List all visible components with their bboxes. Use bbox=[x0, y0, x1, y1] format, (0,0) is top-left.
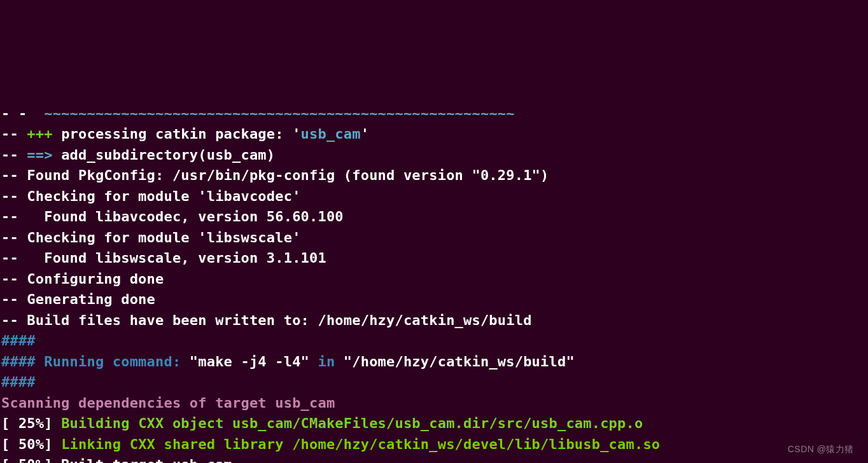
output-text: ' bbox=[361, 126, 369, 142]
building-line: Building CXX object usb_cam/CMakeFiles/u… bbox=[61, 415, 643, 431]
linking-line: Linking CXX shared library /home/hzy/cat… bbox=[61, 436, 660, 452]
built-target-line: [ 50%] Built target usb_cam bbox=[1, 457, 232, 463]
scanning-line: Scanning dependencies of target usb_cam bbox=[1, 395, 335, 411]
running-command-label: #### Running command: bbox=[1, 354, 190, 370]
output-line: -- Found libavcodec, version 56.60.100 bbox=[1, 209, 344, 225]
output-line: -- bbox=[1, 126, 27, 142]
output-tilde: ~~~~~~~~~~~~~~~~~~~~~~~~~~~~~~~~~~~~~~~~… bbox=[44, 106, 514, 121]
watermark: CSDN @猿力猪 bbox=[788, 439, 854, 460]
output-line: -- Found PkgConfig: /usr/bin/pkg-config … bbox=[1, 167, 549, 183]
progress-percent: [ 50%] bbox=[1, 436, 61, 452]
output-line: -- Build files have been written to: /ho… bbox=[1, 312, 532, 328]
output-line: -- Checking for module 'libavcodec' bbox=[1, 188, 301, 204]
package-name: usb_cam bbox=[301, 126, 361, 142]
arrow-marker: ==> bbox=[27, 147, 61, 163]
plus-marker: +++ bbox=[27, 126, 61, 142]
output-text: add_subdirectory(usb_cam) bbox=[61, 147, 275, 163]
output-line: - - bbox=[1, 106, 44, 121]
output-line: -- Checking for module 'libswscale' bbox=[1, 230, 301, 245]
output-line: -- bbox=[1, 147, 27, 163]
progress-percent: [ 25%] bbox=[1, 415, 61, 431]
output-line: -- Configuring done bbox=[1, 271, 164, 287]
output-text: processing catkin package: ' bbox=[61, 126, 300, 142]
output-line: -- Found libswscale, version 3.1.101 bbox=[1, 250, 326, 266]
terminal-output: - - ~~~~~~~~~~~~~~~~~~~~~~~~~~~~~~~~~~~~… bbox=[0, 83, 868, 463]
command-text: "make -j4 -l4" bbox=[190, 354, 309, 370]
hash-divider: #### bbox=[1, 374, 36, 390]
output-line: -- Generating done bbox=[1, 291, 155, 307]
in-label: in bbox=[309, 354, 344, 370]
build-path: "/home/hzy/catkin_ws/build" bbox=[344, 354, 575, 370]
hash-divider: #### bbox=[1, 333, 36, 349]
